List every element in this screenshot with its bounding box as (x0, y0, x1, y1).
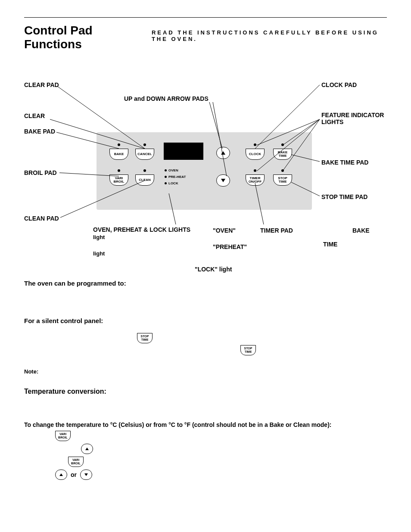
bake-pad-label: BAKE (109, 149, 128, 160)
status-lock: LOCK (168, 181, 178, 185)
note-label: Note: (24, 368, 387, 375)
stop-time-pad-label: STOPTIME (273, 174, 292, 186)
status-preheat: PRE-HEAT (168, 175, 186, 179)
callout-clock-pad: CLOCK PAD (321, 81, 357, 88)
cancel-pad[interactable]: CANCEL (135, 143, 154, 160)
indicator-dot (281, 169, 284, 172)
inline-up-arrow-1 (81, 444, 93, 454)
inline-vari-broil-pad-2: VARIBROIL (68, 457, 84, 467)
status-oven: OVEN (168, 168, 178, 172)
inline-stop-time-pad-2: STOPTIME (240, 345, 256, 355)
indicator-dot (254, 143, 256, 146)
stop-time-pad[interactable]: STOPTIME (273, 169, 292, 186)
indicator-dot (281, 143, 284, 146)
callout-oven-light: "OVEN" (213, 227, 236, 234)
triangle-up-icon (221, 151, 225, 155)
inline-up-arrow-2 (55, 470, 67, 480)
callout-preheat-light: "PREHEAT" (213, 243, 247, 250)
temp-conversion-heading: Temperature conversion: (24, 388, 387, 395)
triangle-up-icon (85, 448, 89, 450)
clean-pad-label: CLEAN (135, 174, 154, 186)
temp-conversion-instruction: To change the temperature to °C (Celsius… (24, 421, 387, 428)
callout-light1: light (93, 234, 105, 240)
inline-vari-broil-pad-1: VARIBROIL (55, 431, 71, 441)
oven-control-panel: BAKE CANCEL CLOCK BAKETIME VARIBROIL (97, 132, 312, 210)
callout-broil-pad: BROIL PAD (24, 169, 57, 176)
page-title: Control Pad Functions (24, 24, 134, 51)
clock-pad-label: CLOCK (246, 149, 265, 160)
timer-pad-label: TIMERON/OFF (246, 174, 265, 186)
callout-lock-light: "LOCK" light (195, 266, 232, 273)
control-panel-diagram: CLEAR PAD UP and DOWN ARROW PADS CLOCK P… (24, 64, 387, 262)
indicator-dot (118, 143, 120, 146)
clean-pad[interactable]: CLEAN (135, 169, 154, 186)
callout-arrow-pads: UP and DOWN ARROW PADS (124, 95, 209, 102)
cancel-pad-label: CANCEL (135, 149, 154, 160)
down-arrow-pad[interactable] (216, 174, 230, 187)
callout-clean-pad: CLEAN PAD (24, 215, 59, 222)
bake-pad[interactable]: BAKE (109, 143, 128, 160)
page-subtitle: READ THE INSTRUCTIONS CAREFULLY BEFORE U… (152, 29, 387, 42)
timer-pad[interactable]: TIMERON/OFF (246, 169, 265, 186)
programmed-heading: The oven can be programmed to: (24, 280, 387, 287)
callout-ophl: OVEN, PREHEAT & LOCK LIGHTS (93, 226, 190, 233)
callout-clear: CLEAR (24, 112, 45, 119)
callout-clear-pad: CLEAR PAD (24, 81, 59, 88)
callout-bake-pad: BAKE PAD (24, 128, 55, 135)
callout-time-word: TIME (323, 241, 337, 248)
indicator-dot (143, 143, 146, 146)
inline-down-arrow (80, 470, 92, 480)
bake-time-pad-label: BAKETIME (273, 149, 292, 160)
vari-broil-pad[interactable]: VARIBROIL (109, 169, 128, 186)
indicator-dot (143, 169, 146, 172)
callout-bake-time-pad: BAKE TIME PAD (321, 159, 368, 166)
triangle-up-icon (59, 473, 63, 476)
callout-timer-pad: TIMER PAD (260, 227, 293, 234)
display-lcd (164, 143, 203, 160)
up-arrow-pad[interactable] (216, 147, 230, 159)
callout-light2: light (93, 250, 105, 257)
clock-pad[interactable]: CLOCK (246, 143, 265, 160)
silent-heading: For a silent control panel: (24, 317, 387, 324)
indicator-dot (254, 169, 256, 172)
triangle-down-icon (221, 179, 225, 182)
vari-broil-pad-label: VARIBROIL (109, 174, 128, 186)
bake-time-pad[interactable]: BAKETIME (273, 143, 292, 160)
status-lights: OVEN PRE-HEAT LOCK (165, 166, 186, 188)
or-text: or (71, 471, 77, 478)
temp-conversion-steps: VARIBROIL VARIBROIL or (54, 431, 387, 480)
callout-stop-time-pad: STOP TIME PAD (321, 193, 367, 200)
callout-bake-word: BAKE (352, 227, 370, 234)
indicator-dot (118, 169, 120, 172)
triangle-down-icon (84, 473, 88, 476)
inline-stop-time-pad-1: STOPTIME (137, 333, 153, 343)
callout-feature-lights: FEATURE INDICATOR LIGHTS (321, 112, 387, 125)
